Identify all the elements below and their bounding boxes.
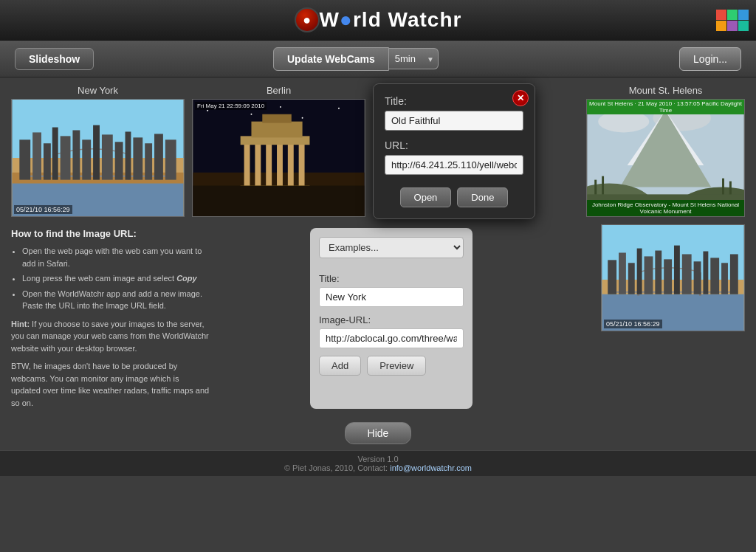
add-button[interactable]: Add bbox=[319, 356, 361, 376]
examples-select[interactable]: Examples... bbox=[319, 237, 464, 258]
svg-rect-8 bbox=[32, 132, 41, 179]
instruction-step-2: Long press the web cam image and select … bbox=[22, 272, 210, 285]
svg-rect-11 bbox=[61, 136, 71, 179]
modal-title-input[interactable] bbox=[385, 111, 523, 131]
update-webcams-button[interactable]: Update WebCams bbox=[273, 47, 389, 71]
camera-mount-label: Mount St. Helens bbox=[629, 85, 703, 96]
toolbar: Slideshow Update WebCams 5min 10min 15mi… bbox=[0, 41, 756, 77]
svg-rect-12 bbox=[72, 130, 80, 179]
camera-berlin-label: Berlin bbox=[267, 85, 291, 96]
modal-url-label: URL: bbox=[385, 139, 523, 151]
modal-buttons: Open Done bbox=[385, 187, 523, 207]
instruction-step-3: Open the WorldWatchr app and add a new i… bbox=[22, 288, 210, 312]
camera-new-york: New York bbox=[11, 85, 185, 217]
modal-url-input[interactable] bbox=[385, 155, 523, 175]
add-image-url-input[interactable] bbox=[319, 328, 464, 348]
camera-mount-banner-top: Mount St Helens · 21 May 2010 · 13:57:05… bbox=[587, 100, 744, 114]
color-green bbox=[727, 10, 738, 20]
svg-rect-9 bbox=[44, 143, 51, 179]
svg-rect-32 bbox=[266, 143, 272, 187]
edit-webcam-dialog: ✕ Title: URL: Open Done bbox=[373, 83, 535, 219]
svg-point-28 bbox=[302, 117, 303, 119]
camera-mount-st-helens: Mount St. Helens bbox=[586, 85, 745, 217]
camera-new-york-timestamp: 05/21/10 16:56:29 bbox=[14, 205, 72, 214]
preview-timestamp: 05/21/10 16:56:29 bbox=[604, 320, 662, 328]
color-blue bbox=[738, 10, 749, 20]
main-content: New York bbox=[0, 77, 756, 552]
footer: Version 1.0 © Piet Jonas, 2010, Contact:… bbox=[0, 450, 756, 476]
svg-rect-52 bbox=[722, 179, 724, 195]
svg-rect-19 bbox=[145, 143, 152, 179]
color-palette bbox=[716, 10, 749, 31]
svg-rect-7 bbox=[19, 139, 30, 179]
camera-berlin: Berlin bbox=[192, 85, 365, 217]
svg-rect-51 bbox=[602, 176, 604, 195]
svg-rect-31 bbox=[255, 143, 261, 187]
hide-button[interactable]: Hide bbox=[345, 422, 412, 444]
instructions-heading: How to find the Image URL: bbox=[11, 228, 210, 239]
svg-rect-69 bbox=[694, 261, 701, 294]
svg-rect-16 bbox=[115, 142, 123, 179]
bottom-section: How to find the Image URL: Open the web … bbox=[0, 221, 756, 416]
app-logo: ● bbox=[295, 7, 320, 32]
svg-point-26 bbox=[250, 114, 252, 115]
add-image-url-label: Image-URL: bbox=[319, 314, 464, 325]
svg-rect-34 bbox=[288, 143, 294, 187]
interval-select-wrapper: 5min 10min 15min 30min ▼ bbox=[389, 48, 439, 69]
hint-text: Hint: If you choose to save your images … bbox=[11, 318, 210, 355]
copyright-text: © Piet Jonas, 2010, Contact: info@worldw… bbox=[4, 463, 752, 472]
svg-rect-60 bbox=[608, 260, 616, 294]
app-title: W●rld Watchr bbox=[320, 8, 462, 32]
svg-rect-38 bbox=[262, 114, 292, 123]
svg-point-29 bbox=[338, 108, 340, 109]
camera-berlin-date: Fri May 21 22:59:09 2010 bbox=[195, 102, 267, 110]
color-purple bbox=[727, 21, 738, 31]
svg-rect-33 bbox=[277, 143, 283, 187]
modal-close-button[interactable]: ✕ bbox=[512, 90, 529, 106]
svg-rect-14 bbox=[93, 125, 100, 180]
svg-rect-71 bbox=[710, 258, 719, 294]
slideshow-button[interactable]: Slideshow bbox=[15, 48, 94, 70]
svg-rect-18 bbox=[133, 137, 142, 179]
svg-rect-13 bbox=[82, 139, 91, 179]
svg-rect-67 bbox=[674, 246, 680, 294]
svg-rect-21 bbox=[165, 139, 176, 179]
svg-point-24 bbox=[207, 110, 208, 111]
svg-rect-15 bbox=[102, 134, 113, 179]
svg-rect-68 bbox=[682, 254, 692, 294]
add-title-input[interactable] bbox=[319, 287, 464, 307]
modal-title-label: Title: bbox=[385, 95, 523, 107]
interval-select[interactable]: 5min 10min 15min 30min bbox=[389, 48, 439, 69]
app-header: ● W●rld Watchr bbox=[0, 0, 756, 41]
svg-rect-62 bbox=[628, 263, 635, 294]
preview-thumb: 05/21/10 16:56:29 bbox=[601, 224, 745, 331]
btw-text: BTW, he images don't have to be produced… bbox=[11, 360, 210, 409]
modal-open-button[interactable]: Open bbox=[400, 187, 452, 207]
hide-section: Hide bbox=[0, 416, 756, 450]
svg-rect-65 bbox=[655, 251, 662, 294]
color-teal bbox=[738, 21, 749, 31]
login-button[interactable]: Login... bbox=[679, 47, 741, 71]
svg-rect-17 bbox=[126, 131, 131, 179]
modal-done-button[interactable]: Done bbox=[457, 187, 508, 207]
svg-rect-40 bbox=[193, 186, 364, 216]
color-orange bbox=[716, 21, 726, 31]
instructions-panel: How to find the Image URL: Open the web … bbox=[11, 228, 210, 409]
version-text: Version 1.0 bbox=[4, 455, 752, 463]
preview-panel: 05/21/10 16:56:29 bbox=[601, 224, 745, 331]
add-form-buttons: Add Preview bbox=[319, 356, 464, 376]
camera-new-york-thumb[interactable]: 05/21/10 16:56:29 bbox=[11, 99, 185, 217]
camera-berlin-thumb[interactable]: Fri May 21 22:59:09 2010 bbox=[192, 99, 365, 217]
contact-email-link[interactable]: info@worldwatchr.com bbox=[390, 463, 472, 472]
hint-bold: Hint: bbox=[11, 320, 30, 328]
color-red bbox=[716, 10, 726, 20]
camera-new-york-label: New York bbox=[78, 85, 118, 96]
camera-mount-thumb[interactable]: Mount St Helens · 21 May 2010 · 13:57:05… bbox=[586, 99, 745, 217]
svg-rect-72 bbox=[721, 263, 728, 294]
preview-button[interactable]: Preview bbox=[367, 356, 426, 376]
svg-rect-70 bbox=[703, 252, 708, 294]
svg-rect-66 bbox=[664, 259, 672, 294]
svg-rect-35 bbox=[299, 143, 305, 187]
svg-rect-30 bbox=[244, 143, 250, 187]
add-webcam-panel: Examples... Title: Image-URL: Add Previe… bbox=[310, 228, 472, 409]
